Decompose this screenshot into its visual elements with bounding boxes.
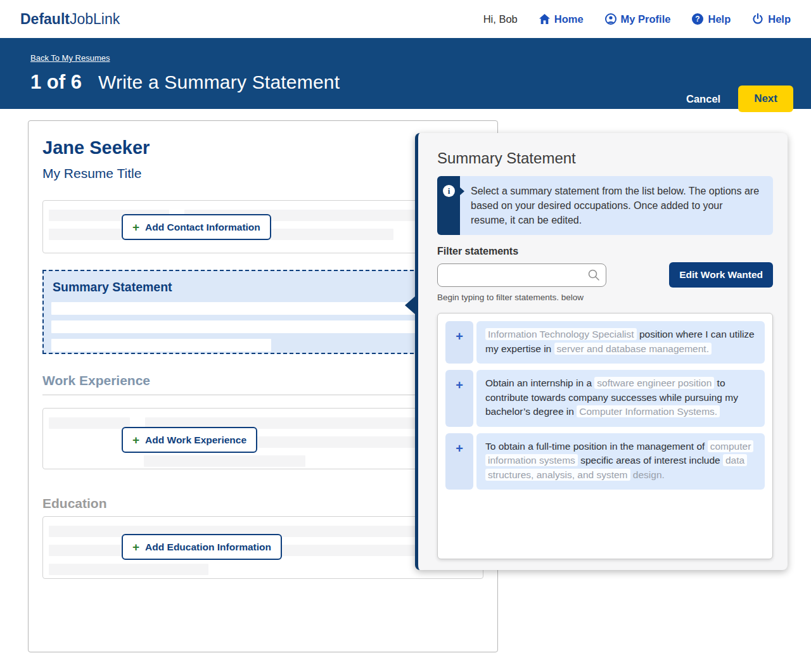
- statement-text-segment: Obtain an internship in a: [485, 377, 594, 388]
- nav-my-profile-link[interactable]: My Profile: [605, 13, 671, 25]
- panel-pointer-arrow: [405, 296, 415, 314]
- placeholder-bar: [51, 339, 271, 352]
- nav-help-link[interactable]: ? Help: [692, 13, 731, 25]
- filter-statements-label: Filter statements: [437, 246, 773, 257]
- user-greeting: Hi, Bob: [483, 13, 518, 25]
- edit-work-wanted-button[interactable]: Edit Work Wanted: [669, 262, 773, 288]
- cancel-button[interactable]: Cancel: [686, 93, 720, 105]
- statement-text[interactable]: To obtain a full-time position in the ma…: [476, 433, 765, 490]
- filter-input-wrap: [437, 263, 606, 287]
- main-content: Jane Seeker My Resume Title + Add Contac…: [0, 109, 811, 672]
- info-icon: i: [443, 185, 455, 197]
- svg-text:?: ?: [696, 15, 700, 23]
- statement-row: + Obtain an internship in a software eng…: [445, 370, 765, 427]
- power-icon: [752, 13, 763, 25]
- nav-signout-help-label: Help: [768, 13, 791, 25]
- statement-variable-segment: Computer Information Systems.: [577, 405, 720, 417]
- question-icon: ?: [692, 13, 703, 25]
- add-contact-information-button[interactable]: + Add Contact Information: [122, 214, 271, 240]
- nav-my-profile-label: My Profile: [621, 13, 671, 25]
- app-logo[interactable]: DefaultJobLink: [20, 11, 120, 28]
- search-icon: [587, 269, 600, 284]
- statement-text[interactable]: Information Technology Specialist positi…: [476, 321, 765, 364]
- add-statement-button[interactable]: +: [445, 321, 473, 364]
- plus-icon: +: [132, 541, 139, 553]
- add-statement-button[interactable]: +: [445, 370, 473, 427]
- nav-help-label: Help: [708, 13, 731, 25]
- statement-variable-segment: server and database management.: [554, 343, 712, 355]
- back-to-resumes-link[interactable]: Back To My Resumes: [30, 53, 110, 63]
- statement-variable-segment: Information Technology Specialist: [485, 328, 637, 340]
- filter-helper-text: Begin typing to filter statements. below: [437, 293, 773, 302]
- add-work-experience-label: Add Work Experience: [145, 434, 246, 446]
- info-strip-arrow: [459, 187, 464, 196]
- app-header: DefaultJobLink Hi, Bob Home My Profile ?…: [0, 0, 811, 38]
- add-statement-button[interactable]: +: [445, 433, 473, 490]
- add-education-information-label: Add Education Information: [145, 542, 271, 553]
- top-nav: Hi, Bob Home My Profile ? Help Help: [483, 13, 791, 25]
- step-banner: Back To My Resumes 1 of 6 Write a Summar…: [0, 38, 811, 109]
- plus-icon: +: [132, 434, 139, 446]
- nav-signout-help-link[interactable]: Help: [752, 13, 791, 25]
- statement-text-segment: design.: [630, 469, 665, 480]
- info-alert: i Select a summary statement from the li…: [437, 176, 773, 235]
- nav-home-label: Home: [554, 13, 584, 25]
- add-work-experience-button[interactable]: + Add Work Experience: [122, 427, 257, 453]
- placeholder-bar: [51, 320, 475, 333]
- home-icon: [539, 14, 550, 24]
- placeholder-bar: [144, 455, 305, 467]
- next-button[interactable]: Next: [738, 86, 793, 112]
- statement-text-segment: To obtain a full-time position in the ma…: [485, 441, 708, 452]
- add-contact-information-label: Add Contact Information: [145, 222, 260, 233]
- placeholder-bar: [49, 564, 208, 575]
- statement-row: + Information Technology Specialist posi…: [445, 321, 765, 364]
- panel-title: Summary Statement: [437, 149, 773, 167]
- statement-variable-segment: software engineer position: [594, 377, 714, 389]
- plus-icon: +: [132, 221, 139, 233]
- add-education-information-button[interactable]: + Add Education Information: [122, 534, 282, 560]
- filter-statements-input[interactable]: [437, 263, 606, 287]
- nav-home-link[interactable]: Home: [539, 13, 584, 25]
- app-logo-light: JobLink: [70, 11, 120, 27]
- info-alert-strip: i: [437, 176, 460, 235]
- statement-text-segment: specific areas of interest include: [578, 455, 723, 466]
- info-alert-text: Select a summary statement from the list…: [460, 176, 773, 235]
- summary-statement-section-title: Summary Statement: [53, 280, 475, 295]
- app-logo-bold: Default: [20, 11, 70, 27]
- statement-text[interactable]: Obtain an internship in a software engin…: [476, 370, 765, 427]
- step-indicator: 1 of 6: [30, 71, 82, 94]
- statement-row: + To obtain a full-time position in the …: [445, 433, 765, 490]
- statement-list: + Information Technology Specialist posi…: [437, 313, 773, 559]
- placeholder-bar: [49, 417, 130, 429]
- page-title: Write a Summary Statement: [98, 72, 340, 93]
- profile-icon: [605, 13, 616, 25]
- summary-statement-panel: Summary Statement i Select a summary sta…: [415, 133, 788, 570]
